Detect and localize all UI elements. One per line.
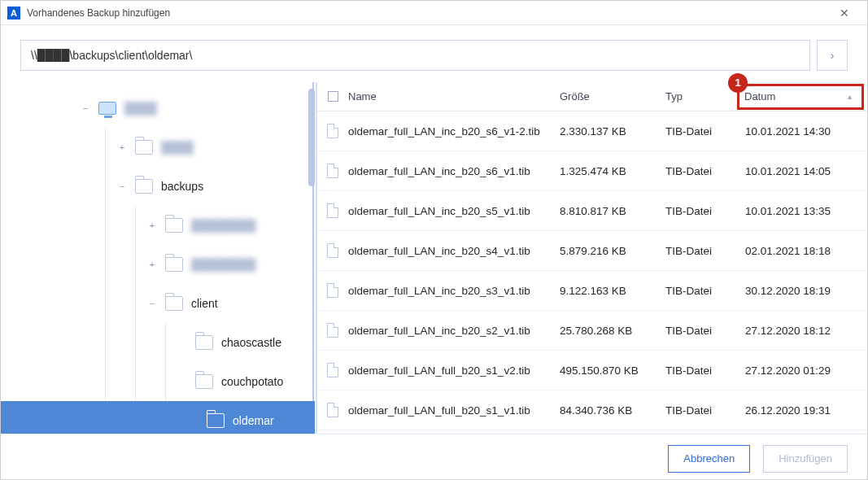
table-row[interactable]: oldemar_full_LAN_inc_b20_s6_v1.tib1.325.… [317, 151, 867, 191]
tree-label: couchpotato [221, 375, 283, 388]
main-area: − ████ + ████ − backups + ████████ + ██ [1, 82, 867, 434]
tree-label: ████████ [191, 258, 255, 271]
column-size[interactable]: Größe [560, 90, 665, 103]
file-header: Name Größe Typ 1 Datum ▴ [317, 82, 867, 111]
folder-icon [165, 257, 183, 272]
cell-type: TIB-Datei [665, 325, 740, 337]
file-icon [327, 164, 338, 178]
tree-item-couchpotato[interactable]: + couchpotato [1, 362, 315, 401]
file-icon [327, 243, 338, 258]
cell-date: 10.01.2021 14:05 [740, 165, 867, 177]
table-row[interactable]: oldemar_full_LAN_inc_b20_s4_v1.tib5.879.… [317, 231, 867, 271]
tree-item-chaoscastle[interactable]: + chaoscastle [1, 323, 315, 362]
expand-icon[interactable]: + [147, 260, 157, 269]
cell-size: 495.150.870 KB [560, 364, 665, 377]
file-list: Name Größe Typ 1 Datum ▴ oldemar_full_LA… [317, 82, 867, 434]
tree-label: chaoscastle [221, 336, 281, 349]
table-row[interactable]: oldemar_full_LAN_full_b20_s1_v1.tib84.34… [317, 391, 867, 430]
select-all-checkbox[interactable] [317, 91, 348, 102]
folder-icon [207, 413, 225, 428]
table-row[interactable]: oldemar_full_LAN_full_b20_s1_v2.tib495.1… [317, 351, 867, 391]
expand-icon[interactable]: + [117, 142, 127, 152]
tree-root-pc[interactable]: − ████ [1, 89, 315, 128]
tree-item[interactable]: + ████ [1, 128, 315, 167]
cell-type: TIB-Datei [665, 205, 740, 217]
tree-label: client [191, 297, 218, 310]
file-icon-cell [317, 164, 348, 178]
cell-size: 1.325.474 KB [560, 165, 665, 177]
folder-icon [135, 179, 153, 194]
app-icon: A [7, 7, 20, 20]
expand-icon[interactable]: + [147, 220, 157, 230]
cell-type: TIB-Datei [665, 165, 740, 177]
folder-icon [165, 296, 183, 311]
titlebar: A Vorhandenes Backup hinzufügen ✕ [1, 1, 867, 25]
file-icon-cell [317, 323, 348, 338]
tree-item-oldemar[interactable]: + oldemar [1, 401, 315, 434]
path-input[interactable] [20, 40, 810, 71]
file-icon-cell [317, 363, 348, 377]
cell-name: oldemar_full_LAN_inc_b20_s5_v1.tib [348, 205, 560, 217]
cell-size: 5.879.216 KB [560, 245, 665, 257]
cell-size: 2.330.137 KB [560, 125, 665, 137]
file-icon-cell [317, 124, 348, 138]
tree-item[interactable]: + ████████ [1, 245, 315, 284]
column-date[interactable]: 1 Datum ▴ [737, 84, 864, 110]
cell-size: 84.340.736 KB [560, 404, 665, 417]
cell-name: oldemar_full_LAN_inc_b20_s3_v1.tib [348, 285, 560, 297]
tree-label: ████████ [191, 219, 255, 232]
folder-icon [165, 218, 183, 233]
cell-size: 25.780.268 KB [560, 325, 665, 337]
tree-item-backups[interactable]: − backups [1, 167, 315, 206]
table-row[interactable]: oldemar_full_LAN_inc_b20_s5_v1.tib8.810.… [317, 191, 867, 231]
path-go-button[interactable]: › [817, 40, 848, 71]
cell-date: 26.12.2020 19:31 [740, 404, 867, 417]
collapse-icon[interactable]: − [81, 103, 90, 113]
folder-icon [195, 335, 213, 350]
file-icon [327, 323, 338, 338]
tree-label: ████ [161, 141, 194, 154]
cell-type: TIB-Datei [665, 285, 740, 297]
column-name[interactable]: Name [348, 90, 560, 103]
cell-name: oldemar_full_LAN_full_b20_s1_v1.tib [348, 404, 560, 417]
folder-icon [135, 140, 153, 155]
cell-date: 02.01.2021 18:18 [740, 245, 867, 257]
tree-scrollbar[interactable] [308, 89, 315, 186]
tree-label: backups [161, 180, 203, 193]
column-date-label: Datum [744, 90, 775, 103]
column-type[interactable]: Typ [665, 90, 740, 103]
cell-type: TIB-Datei [665, 364, 740, 377]
tree-item-client[interactable]: − client [1, 284, 315, 323]
add-button: Hinzufügen [763, 445, 848, 473]
file-icon [327, 124, 338, 138]
cell-date: 27.12.2020 01:29 [740, 364, 867, 377]
cell-date: 10.01.2021 13:35 [740, 205, 867, 217]
collapse-icon[interactable]: − [147, 299, 157, 308]
cell-name: oldemar_full_LAN_inc_b20_s4_v1.tib [348, 245, 560, 257]
file-icon-cell [317, 403, 348, 417]
table-row[interactable]: oldemar_full_LAN_inc_b20_s2_v1.tib25.780… [317, 311, 867, 351]
cell-type: TIB-Datei [665, 404, 740, 417]
folder-tree[interactable]: − ████ + ████ − backups + ████████ + ██ [1, 82, 315, 434]
computer-icon [98, 102, 116, 115]
collapse-icon[interactable]: − [117, 181, 127, 191]
window-title: Vorhandenes Backup hinzufügen [27, 7, 828, 19]
table-row[interactable]: oldemar_full_LAN_inc_b20_s3_v1.tib9.122.… [317, 271, 867, 311]
cell-date: 30.12.2020 18:19 [740, 285, 867, 297]
file-icon-cell [317, 203, 348, 218]
tree-label: ████ [124, 102, 157, 115]
cell-type: TIB-Datei [665, 245, 740, 257]
cell-size: 9.122.163 KB [560, 285, 665, 297]
cell-name: oldemar_full_LAN_inc_b20_s6_v1-2.tib [348, 125, 560, 137]
folder-icon [195, 374, 213, 389]
dialog-footer: Abbrechen Hinzufügen [1, 434, 867, 480]
file-icon-cell [317, 283, 348, 298]
table-row[interactable]: oldemar_full_LAN_inc_b20_s6_v1-2.tib2.33… [317, 111, 867, 151]
cell-date: 27.12.2020 18:12 [740, 325, 867, 337]
tree-item[interactable]: + ████████ [1, 206, 315, 245]
cell-name: oldemar_full_LAN_inc_b20_s2_v1.tib [348, 325, 560, 337]
close-icon[interactable]: ✕ [828, 7, 861, 20]
file-icon [327, 403, 338, 417]
sort-asc-icon: ▴ [848, 92, 852, 101]
cancel-button[interactable]: Abbrechen [668, 445, 750, 473]
